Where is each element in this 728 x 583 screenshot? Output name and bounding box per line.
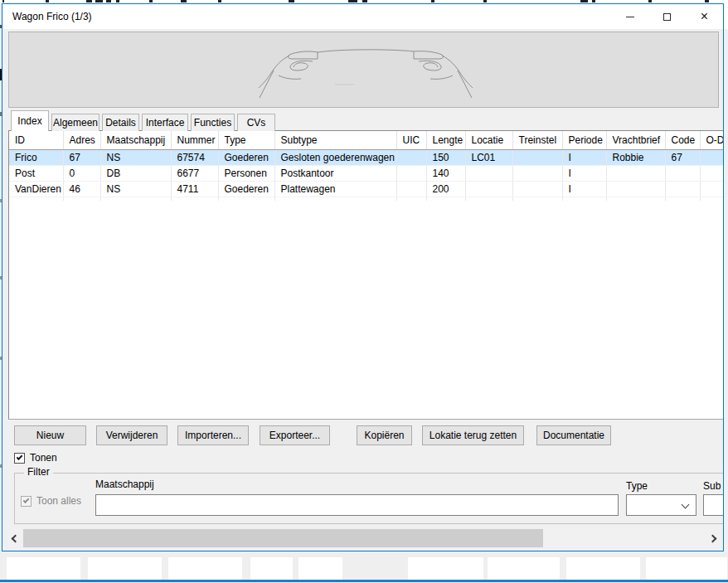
horizontal-scrollbar[interactable] <box>8 529 720 547</box>
sub-label: Sub <box>703 480 721 492</box>
column-header[interactable]: ID <box>9 131 63 149</box>
table-empty-row <box>9 197 724 201</box>
column-header[interactable]: Locatie <box>465 131 512 149</box>
table-row[interactable]: Frico67 NS67574 GoederenGesloten goedere… <box>9 149 724 165</box>
background-button <box>250 557 293 580</box>
toon-alles-checkbox[interactable]: Toon alles <box>21 495 81 507</box>
tab-index[interactable]: Index <box>11 110 49 131</box>
maximize-button[interactable] <box>648 4 686 29</box>
lokatie-terug-zetten-button[interactable]: Lokatie terug zetten <box>422 425 524 445</box>
column-header[interactable]: Nummer <box>171 131 218 149</box>
minimize-icon <box>626 17 634 17</box>
toon-alles-label: Toon alles <box>36 495 81 507</box>
background-button <box>408 557 483 580</box>
chevron-left-icon <box>12 534 20 542</box>
tab-algemeen[interactable]: Algemeen <box>51 114 99 131</box>
table-row[interactable]: VanDieren46 NS4711 GoederenPlattewagen 2… <box>9 181 724 197</box>
background-button <box>168 557 242 580</box>
maatschappij-label: Maatschappij <box>95 479 154 490</box>
close-icon: × <box>701 10 708 23</box>
window-title: Wagon Frico (1/3) <box>12 4 92 29</box>
column-header[interactable]: Lengte <box>426 131 465 149</box>
type-label: Type <box>626 480 648 492</box>
background-button <box>646 557 727 580</box>
background-window-border <box>0 580 728 582</box>
column-header[interactable]: Subtype <box>274 131 396 149</box>
tab-cvs[interactable]: CVs <box>237 114 275 131</box>
column-header[interactable]: Code <box>665 131 700 149</box>
title-bar[interactable]: Wagon Frico (1/3) × <box>2 4 723 29</box>
background-button <box>7 557 80 580</box>
importeren-button[interactable]: Importeren... <box>177 425 249 445</box>
tab-bar: Index Algemeen Details Interface Functie… <box>11 110 275 131</box>
wagon-image-panel <box>8 32 719 108</box>
tab-functies[interactable]: Functies <box>191 114 235 131</box>
scrollbar-thumb[interactable] <box>23 529 543 547</box>
nieuw-button[interactable]: Nieuw <box>14 425 86 445</box>
exporteer-button[interactable]: Exporteer... <box>260 425 330 445</box>
kopieren-button[interactable]: Kopiëren <box>357 425 412 445</box>
column-header[interactable]: UIC <box>396 131 426 149</box>
tonen-checkbox[interactable]: Tonen <box>14 452 57 464</box>
table-row[interactable]: Post0 DB6677 PersonenPostkantoor 140 I <box>9 165 724 181</box>
checkbox-icon <box>21 496 32 507</box>
background-window-bottom <box>0 552 728 583</box>
tab-interface[interactable]: Interface <box>142 114 188 131</box>
caption-buttons: × <box>611 4 723 29</box>
chevron-down-icon <box>682 501 690 509</box>
column-header[interactable]: Maatschappij <box>100 131 171 149</box>
close-button[interactable]: × <box>686 4 723 29</box>
column-header[interactable]: Type <box>218 131 274 149</box>
background-button <box>566 557 640 580</box>
scroll-right-button[interactable] <box>706 529 720 547</box>
table-header-row: ID Adres Maatschappij Nummer Type Subtyp… <box>9 131 724 149</box>
scroll-left-button[interactable] <box>8 529 22 547</box>
wagon-dialog: Wagon Frico (1/3) × <box>2 3 724 551</box>
verwijderen-button[interactable]: Verwijderen <box>96 425 167 445</box>
sub-dropdown[interactable] <box>703 494 724 516</box>
maatschappij-input[interactable] <box>95 494 619 516</box>
type-dropdown[interactable] <box>626 494 696 516</box>
chevron-right-icon <box>709 534 717 542</box>
tonen-label: Tonen <box>30 452 57 464</box>
screen: Wagon Frico (1/3) × <box>0 0 728 583</box>
background-button <box>298 557 342 580</box>
checkbox-icon <box>14 453 25 464</box>
background-right-strip <box>724 29 728 552</box>
column-header[interactable]: Periode <box>562 131 606 149</box>
column-header[interactable]: Adres <box>63 131 100 149</box>
background-button <box>488 557 560 580</box>
filter-legend: Filter <box>24 466 53 478</box>
column-header[interactable]: O-D <box>700 131 724 149</box>
background-right-strip <box>724 0 728 29</box>
wagon-table: ID Adres Maatschappij Nummer Type Subtyp… <box>8 130 724 420</box>
column-header[interactable]: Treinstel <box>512 131 562 149</box>
minimize-button[interactable] <box>611 4 648 29</box>
background-button <box>88 557 162 580</box>
maximize-icon <box>663 13 671 21</box>
documentatie-button[interactable]: Documentatie <box>536 425 611 445</box>
column-header[interactable]: Vrachtbrief <box>606 131 665 149</box>
wagon-line-drawing <box>9 32 718 107</box>
tab-details[interactable]: Details <box>102 114 139 131</box>
